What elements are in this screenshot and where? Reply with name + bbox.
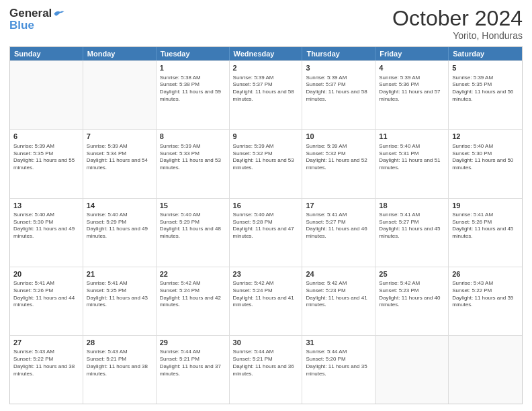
day-number: 25 bbox=[379, 269, 445, 279]
header: General Blue October 2024 Yorito, Hondur… bbox=[9, 7, 523, 41]
daylight-text: Daylight: 11 hours and 37 minutes. bbox=[160, 363, 226, 378]
day-cell-9: 9Sunrise: 5:39 AMSunset: 5:32 PMDaylight… bbox=[230, 130, 303, 197]
daylight-text: Daylight: 11 hours and 50 minutes. bbox=[452, 157, 519, 172]
day-number: 24 bbox=[306, 269, 371, 279]
daylight-text: Daylight: 11 hours and 55 minutes. bbox=[13, 157, 79, 172]
day-number: 14 bbox=[87, 201, 152, 211]
sunrise-text: Sunrise: 5:41 AM bbox=[87, 280, 152, 287]
sunrise-text: Sunrise: 5:40 AM bbox=[87, 212, 152, 219]
calendar-body: 1Sunrise: 5:38 AMSunset: 5:38 PMDaylight… bbox=[10, 60, 522, 404]
sunrise-text: Sunrise: 5:44 AM bbox=[306, 349, 371, 356]
day-cell-2: 2Sunrise: 5:39 AMSunset: 5:37 PMDaylight… bbox=[230, 61, 303, 129]
logo-bird-icon bbox=[53, 9, 65, 18]
daylight-text: Daylight: 11 hours and 36 minutes. bbox=[233, 363, 299, 378]
header-day-sunday: Sunday bbox=[10, 47, 83, 60]
sunrise-text: Sunrise: 5:41 AM bbox=[306, 212, 371, 219]
day-number: 12 bbox=[452, 132, 519, 142]
day-number: 28 bbox=[87, 338, 152, 348]
sunrise-text: Sunrise: 5:40 AM bbox=[452, 143, 519, 150]
day-cell-1: 1Sunrise: 5:38 AMSunset: 5:38 PMDaylight… bbox=[157, 61, 230, 129]
day-number: 1 bbox=[160, 63, 226, 73]
daylight-text: Daylight: 11 hours and 38 minutes. bbox=[87, 363, 152, 378]
sunset-text: Sunset: 5:24 PM bbox=[160, 287, 226, 295]
sunset-text: Sunset: 5:21 PM bbox=[233, 356, 299, 363]
sunset-text: Sunset: 5:34 PM bbox=[87, 150, 152, 158]
sunset-text: Sunset: 5:33 PM bbox=[160, 150, 226, 158]
header-day-friday: Friday bbox=[375, 47, 449, 60]
sunset-text: Sunset: 5:22 PM bbox=[13, 356, 79, 363]
daylight-text: Daylight: 11 hours and 52 minutes. bbox=[306, 157, 371, 172]
day-number: 26 bbox=[452, 269, 519, 279]
sunrise-text: Sunrise: 5:43 AM bbox=[13, 349, 79, 356]
daylight-text: Daylight: 11 hours and 45 minutes. bbox=[379, 226, 445, 240]
sunset-text: Sunset: 5:29 PM bbox=[160, 219, 226, 226]
day-number: 20 bbox=[13, 269, 79, 279]
sunrise-text: Sunrise: 5:41 AM bbox=[452, 212, 519, 219]
sunset-text: Sunset: 5:22 PM bbox=[452, 287, 519, 295]
day-number: 9 bbox=[233, 132, 299, 142]
day-cell-15: 15Sunrise: 5:40 AMSunset: 5:29 PMDayligh… bbox=[157, 199, 230, 267]
sunrise-text: Sunrise: 5:44 AM bbox=[233, 349, 299, 356]
daylight-text: Daylight: 11 hours and 40 minutes. bbox=[379, 295, 445, 310]
day-number: 4 bbox=[379, 63, 445, 73]
sunset-text: Sunset: 5:37 PM bbox=[233, 81, 299, 89]
daylight-text: Daylight: 11 hours and 53 minutes. bbox=[233, 157, 299, 172]
sunrise-text: Sunrise: 5:39 AM bbox=[306, 143, 371, 150]
daylight-text: Daylight: 11 hours and 46 minutes. bbox=[306, 226, 371, 240]
sunrise-text: Sunrise: 5:42 AM bbox=[160, 280, 226, 287]
day-number: 2 bbox=[233, 63, 299, 73]
day-cell-24: 24Sunrise: 5:42 AMSunset: 5:23 PMDayligh… bbox=[302, 267, 375, 335]
day-cell-23: 23Sunrise: 5:42 AMSunset: 5:24 PMDayligh… bbox=[230, 267, 303, 335]
empty-cell bbox=[375, 336, 449, 404]
daylight-text: Daylight: 11 hours and 58 minutes. bbox=[233, 89, 299, 103]
daylight-text: Daylight: 11 hours and 54 minutes. bbox=[87, 157, 152, 172]
day-number: 29 bbox=[160, 338, 226, 348]
day-cell-27: 27Sunrise: 5:43 AMSunset: 5:22 PMDayligh… bbox=[10, 336, 83, 404]
sunrise-text: Sunrise: 5:43 AM bbox=[452, 280, 519, 287]
daylight-text: Daylight: 11 hours and 42 minutes. bbox=[160, 295, 226, 310]
logo: General Blue bbox=[9, 7, 65, 32]
daylight-text: Daylight: 11 hours and 43 minutes. bbox=[87, 295, 152, 310]
sunset-text: Sunset: 5:20 PM bbox=[306, 356, 371, 363]
daylight-text: Daylight: 11 hours and 44 minutes. bbox=[13, 295, 79, 310]
day-number: 22 bbox=[160, 269, 226, 279]
sunset-text: Sunset: 5:24 PM bbox=[233, 287, 299, 295]
daylight-text: Daylight: 11 hours and 57 minutes. bbox=[379, 89, 445, 103]
sunrise-text: Sunrise: 5:39 AM bbox=[379, 75, 445, 82]
sunrise-text: Sunrise: 5:42 AM bbox=[233, 280, 299, 287]
daylight-text: Daylight: 11 hours and 38 minutes. bbox=[13, 363, 79, 378]
day-number: 7 bbox=[87, 132, 152, 142]
sunrise-text: Sunrise: 5:38 AM bbox=[160, 75, 226, 82]
sunset-text: Sunset: 5:23 PM bbox=[306, 287, 371, 295]
sunset-text: Sunset: 5:27 PM bbox=[306, 219, 371, 226]
day-cell-13: 13Sunrise: 5:40 AMSunset: 5:30 PMDayligh… bbox=[10, 199, 83, 267]
day-number: 17 bbox=[306, 201, 371, 211]
sunset-text: Sunset: 5:26 PM bbox=[13, 287, 79, 295]
calendar-row-3: 13Sunrise: 5:40 AMSunset: 5:30 PMDayligh… bbox=[10, 198, 522, 267]
month-title: October 2024 bbox=[392, 7, 523, 30]
daylight-text: Daylight: 11 hours and 47 minutes. bbox=[233, 226, 299, 240]
sunrise-text: Sunrise: 5:41 AM bbox=[13, 280, 79, 287]
day-number: 6 bbox=[13, 132, 79, 142]
sunset-text: Sunset: 5:31 PM bbox=[379, 150, 445, 158]
calendar-row-5: 27Sunrise: 5:43 AMSunset: 5:22 PMDayligh… bbox=[10, 335, 522, 404]
day-number: 16 bbox=[233, 201, 299, 211]
day-cell-22: 22Sunrise: 5:42 AMSunset: 5:24 PMDayligh… bbox=[157, 267, 230, 335]
sunset-text: Sunset: 5:26 PM bbox=[452, 219, 519, 226]
daylight-text: Daylight: 11 hours and 41 minutes. bbox=[306, 295, 371, 310]
day-cell-26: 26Sunrise: 5:43 AMSunset: 5:22 PMDayligh… bbox=[449, 267, 522, 335]
sunrise-text: Sunrise: 5:40 AM bbox=[233, 212, 299, 219]
daylight-text: Daylight: 11 hours and 45 minutes. bbox=[452, 226, 519, 240]
sunset-text: Sunset: 5:21 PM bbox=[160, 356, 226, 363]
day-cell-21: 21Sunrise: 5:41 AMSunset: 5:25 PMDayligh… bbox=[83, 267, 157, 335]
sunset-text: Sunset: 5:35 PM bbox=[13, 150, 79, 158]
day-cell-28: 28Sunrise: 5:43 AMSunset: 5:21 PMDayligh… bbox=[83, 336, 157, 404]
header-day-monday: Monday bbox=[83, 47, 157, 60]
sunset-text: Sunset: 5:30 PM bbox=[13, 219, 79, 226]
day-cell-11: 11Sunrise: 5:40 AMSunset: 5:31 PMDayligh… bbox=[375, 130, 449, 197]
day-number: 10 bbox=[306, 132, 371, 142]
day-cell-18: 18Sunrise: 5:41 AMSunset: 5:27 PMDayligh… bbox=[375, 199, 449, 267]
day-cell-5: 5Sunrise: 5:39 AMSunset: 5:35 PMDaylight… bbox=[449, 61, 522, 129]
sunrise-text: Sunrise: 5:44 AM bbox=[160, 349, 226, 356]
sunset-text: Sunset: 5:32 PM bbox=[233, 150, 299, 158]
